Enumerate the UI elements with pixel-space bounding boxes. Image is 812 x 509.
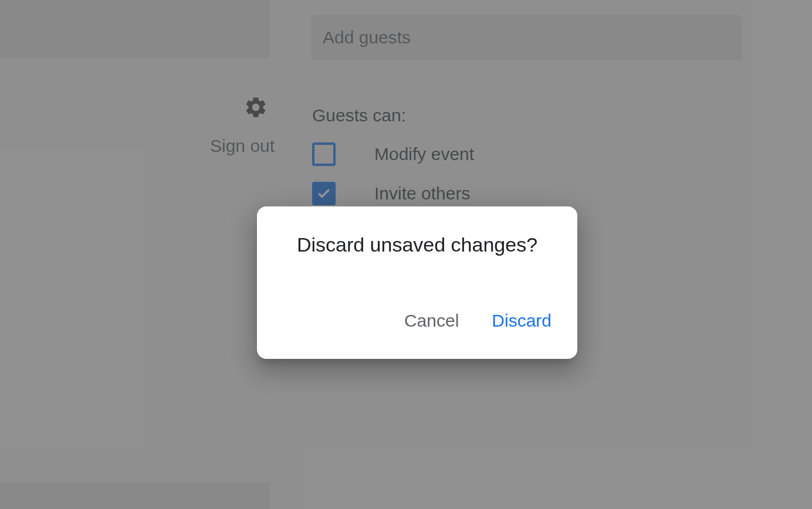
cancel-button[interactable]: Cancel — [402, 306, 461, 335]
discard-button[interactable]: Discard — [489, 306, 554, 335]
discard-changes-dialog: Discard unsaved changes? Cancel Discard — [257, 206, 577, 359]
dialog-actions: Cancel Discard — [402, 306, 554, 335]
dialog-title: Discard unsaved changes? — [257, 233, 577, 256]
